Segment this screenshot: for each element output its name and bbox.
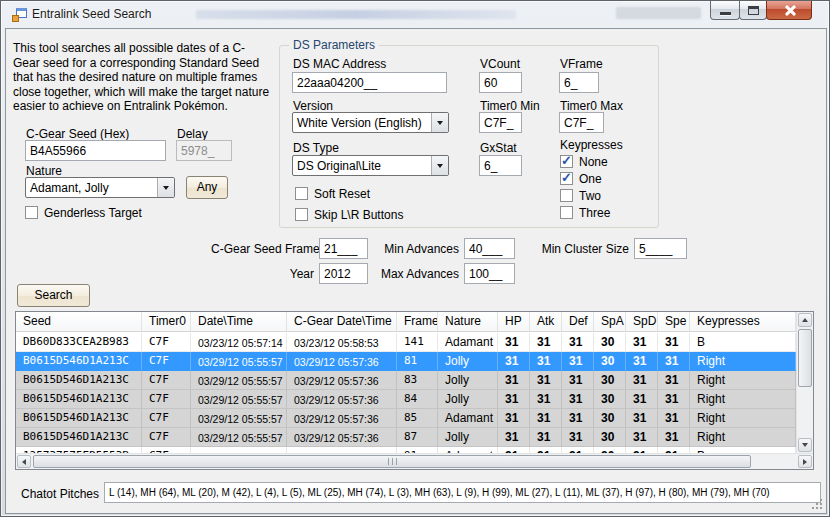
table-row[interactable]: B0615D546D1A213CC7F03/29/12 05:55:5703/2…: [16, 371, 796, 390]
cell-frame: 141: [397, 333, 438, 352]
vframe-label: VFrame: [560, 57, 603, 71]
ds-type-select[interactable]: DS Original\Lite: [292, 155, 449, 176]
scroll-up-icon[interactable]: [798, 313, 812, 327]
cell-ivs-2: 31: [562, 409, 594, 428]
min-advances-input[interactable]: [464, 238, 515, 259]
gxstat-input[interactable]: [479, 155, 522, 176]
column-header-keypresses[interactable]: Keypresses: [690, 312, 796, 331]
cell-ivs-3: 30: [594, 333, 626, 352]
close-button[interactable]: [766, 1, 812, 20]
keypress-checkbox-none[interactable]: None: [560, 153, 610, 170]
cell-nature: Adamant: [438, 409, 498, 428]
year-label: Year: [211, 267, 314, 281]
cgear-seed-input[interactable]: [25, 140, 166, 161]
skip-lr-buttons-checkbox[interactable]: Skip L\R Buttons: [295, 206, 403, 223]
ds-type-label: DS Type: [293, 141, 339, 155]
cell-ivs-2: 31: [562, 333, 594, 352]
cell-keypresses: Right: [690, 352, 796, 371]
column-header-frame[interactable]: Frame: [397, 312, 438, 331]
results-rows: DB60D833CEA2B983C7F03/23/12 05:57:1403/2…: [16, 333, 796, 454]
year-input[interactable]: [319, 263, 368, 284]
cell-seed: B0615D546D1A213C: [16, 409, 142, 428]
table-row-selected[interactable]: B0615D546D1A213CC7F03/29/12 05:55:5703/2…: [16, 352, 796, 371]
minimize-button[interactable]: [710, 1, 740, 20]
column-header-date-time[interactable]: Date\Time: [191, 312, 287, 331]
min-cluster-size-input[interactable]: [634, 238, 687, 259]
genderless-target-checkbox[interactable]: Genderless Target: [25, 204, 142, 221]
scroll-left-icon[interactable]: [17, 455, 31, 468]
chevron-down-icon[interactable]: [431, 156, 448, 175]
column-header-nature[interactable]: Nature: [438, 312, 498, 331]
window-title: Entralink Seed Search: [32, 7, 151, 21]
column-header-atk[interactable]: Atk: [530, 312, 562, 331]
min-advances-label: Min Advances: [379, 242, 459, 256]
timer0-min-input[interactable]: [479, 112, 522, 133]
column-header-timer0[interactable]: Timer0: [142, 312, 191, 331]
chevron-down-icon[interactable]: [157, 178, 174, 197]
column-header-c-gear-date-time[interactable]: C-Gear Date\Time: [287, 312, 397, 331]
ds-type-selected-value: DS Original\Lite: [293, 159, 431, 173]
cgear-frame-input[interactable]: [319, 238, 368, 259]
cell-ivs-3: 30: [594, 409, 626, 428]
keypress-checkbox-two[interactable]: Two: [560, 187, 610, 204]
titlebar[interactable]: Entralink Seed Search: [1, 1, 829, 28]
timer0-max-input[interactable]: [559, 112, 604, 133]
table-row[interactable]: B0615D546D1A213CC7F03/29/12 05:55:5703/2…: [16, 390, 796, 409]
scroll-down-icon[interactable]: [798, 438, 812, 452]
chatot-pitches-field[interactable]: [104, 482, 821, 503]
horizontal-scrollbar[interactable]: [16, 453, 813, 469]
cell-datetime: 03/29/12 05:55:57: [191, 371, 287, 390]
min-cluster-size-label: Min Cluster Size: [531, 242, 629, 256]
column-header-def[interactable]: Def: [562, 312, 594, 331]
cell-nature: Jolly: [438, 352, 498, 371]
keypress-option-label: One: [579, 172, 602, 186]
cell-ivs-0: 31: [498, 409, 530, 428]
vertical-scrollbar[interactable]: [796, 312, 813, 453]
checkbox-icon: [295, 187, 308, 200]
mac-input[interactable]: [292, 72, 447, 93]
column-header-seed[interactable]: Seed: [16, 312, 142, 331]
cell-frame: 85: [397, 409, 438, 428]
search-button[interactable]: Search: [17, 284, 90, 307]
table-row[interactable]: DB60D833CEA2B983C7F03/23/12 05:57:1403/2…: [16, 333, 796, 352]
scroll-right-icon[interactable]: [798, 455, 812, 468]
column-header-spa[interactable]: SpA: [594, 312, 626, 331]
keypress-option-label: None: [579, 155, 608, 169]
cell-ivs-0: 31: [498, 352, 530, 371]
maximize-button[interactable]: [739, 1, 767, 20]
keypress-checkbox-three[interactable]: Three: [560, 204, 610, 221]
soft-reset-checkbox[interactable]: Soft Reset: [295, 185, 370, 202]
max-advances-input[interactable]: [464, 263, 515, 284]
window: Entralink Seed Search This tool searches…: [0, 0, 830, 517]
column-header-hp[interactable]: HP: [498, 312, 530, 331]
nature-select[interactable]: Adamant, Jolly: [25, 177, 175, 198]
table-row[interactable]: B0615D546D1A213CC7F03/29/12 05:55:5703/2…: [16, 428, 796, 447]
keypress-options: NoneOneTwoThree: [560, 153, 610, 221]
keypress-checkbox-one[interactable]: One: [560, 170, 610, 187]
column-header-spd[interactable]: SpD: [626, 312, 658, 331]
any-button[interactable]: Any: [186, 176, 228, 199]
cell-ivs-1: 31: [530, 371, 562, 390]
cell-ivs-4: 31: [626, 333, 658, 352]
cell-ivs-1: 31: [530, 409, 562, 428]
nature-selected-value: Adamant, Jolly: [26, 181, 157, 195]
cell-keypresses: Right: [690, 428, 796, 447]
cell-ivs-4: 31: [626, 371, 658, 390]
cell-cgear_datetime: 03/23/12 05:58:53: [287, 333, 397, 352]
cell-cgear_datetime: 03/29/12 05:57:36: [287, 390, 397, 409]
cell-datetime: 03/29/12 05:55:57: [191, 352, 287, 371]
cell-ivs-0: 31: [498, 371, 530, 390]
cell-ivs-0: 31: [498, 333, 530, 352]
table-row[interactable]: B0615D546D1A213CC7F03/29/12 05:55:5703/2…: [16, 409, 796, 428]
chevron-down-icon[interactable]: [431, 113, 448, 132]
vertical-scroll-thumb[interactable]: [798, 329, 812, 387]
cell-nature: Adamant: [438, 333, 498, 352]
keypress-option-label: Two: [579, 189, 601, 203]
vcount-input[interactable]: [479, 72, 522, 93]
column-header-spe[interactable]: Spe: [658, 312, 690, 331]
horizontal-scroll-thumb[interactable]: [33, 455, 751, 468]
version-select[interactable]: White Version (English): [292, 112, 449, 133]
vframe-input[interactable]: [559, 72, 599, 93]
checkbox-icon: [560, 189, 573, 202]
resize-grip-icon[interactable]: [820, 507, 822, 509]
